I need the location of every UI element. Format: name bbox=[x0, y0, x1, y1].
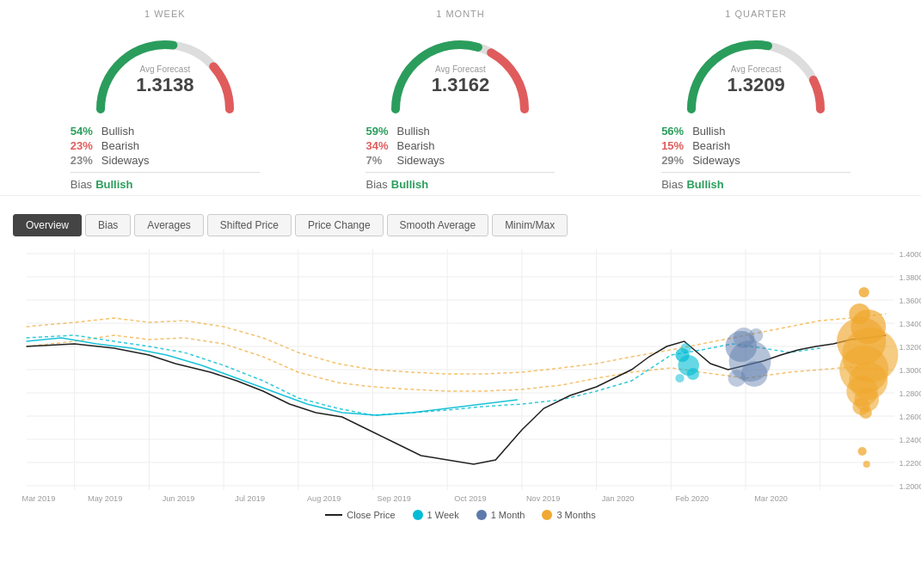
svg-point-36 bbox=[687, 368, 699, 380]
avg-forecast-text-1: Avg Forecast bbox=[432, 64, 489, 74]
legend-3months: 3 Months bbox=[542, 510, 595, 520]
svg-text:1.3600: 1.3600 bbox=[900, 297, 922, 305]
bearish-row-1: 34% Bearish bbox=[365, 139, 555, 152]
bullish-label-1: Bullish bbox=[396, 125, 429, 138]
bias-row-0: Bias Bullish bbox=[71, 178, 260, 191]
legend-1week: 1 Week bbox=[413, 510, 459, 520]
sideways-label-2: Sideways bbox=[692, 154, 740, 167]
legend-3months-dot bbox=[542, 510, 552, 520]
bearish-pct-1: 34% bbox=[365, 139, 396, 152]
sideways-pct-0: 23% bbox=[71, 154, 101, 167]
gauge-stats-0: 54% Bullish 23% Bearish 23% Sideways Bia… bbox=[45, 125, 286, 191]
bullish-pct-1: 59% bbox=[365, 125, 396, 138]
sideways-row-0: 23% Sideways bbox=[71, 154, 260, 167]
bullish-row-0: 54% Bullish bbox=[71, 125, 260, 138]
sideways-row-2: 29% Sideways bbox=[661, 154, 850, 167]
chart-legend: Close Price 1 Week 1 Month 3 Months bbox=[0, 503, 921, 527]
bearish-row-2: 15% Bearish bbox=[661, 139, 850, 152]
svg-text:Oct 2019: Oct 2019 bbox=[454, 494, 486, 503]
svg-text:1.4000: 1.4000 bbox=[900, 250, 922, 259]
tab-shifted-price[interactable]: Shifted Price bbox=[207, 214, 292, 236]
bearish-pct-2: 15% bbox=[661, 139, 692, 152]
svg-text:1.2200: 1.2200 bbox=[900, 459, 922, 468]
bias-row-1: Bias Bullish bbox=[365, 178, 555, 191]
svg-text:Aug 2019: Aug 2019 bbox=[307, 494, 341, 503]
svg-point-54 bbox=[860, 407, 872, 419]
avg-forecast-value-2: 1.3209 bbox=[727, 74, 784, 96]
gauge-card-0: 1 WEEK Avg Forecast 1.3138 54% Bullish 2… bbox=[45, 9, 286, 191]
legend-3months-label: 3 Months bbox=[556, 510, 595, 520]
tab-overview[interactable]: Overview bbox=[13, 214, 82, 236]
svg-text:Sep 2019: Sep 2019 bbox=[378, 494, 411, 503]
tab-bias[interactable]: Bias bbox=[85, 214, 131, 236]
gauge-container-2: Avg Forecast 1.3209 bbox=[670, 23, 842, 118]
svg-point-56 bbox=[863, 461, 870, 468]
avg-forecast-text-0: Avg Forecast bbox=[136, 64, 193, 74]
bearish-label-1: Bearish bbox=[396, 139, 434, 152]
svg-point-55 bbox=[858, 447, 867, 456]
svg-text:Mar 2020: Mar 2020 bbox=[754, 494, 788, 503]
tab-smooth-average[interactable]: Smooth Average bbox=[387, 214, 489, 236]
legend-close-price-label: Close Price bbox=[347, 510, 395, 520]
svg-point-43 bbox=[749, 328, 763, 342]
bullish-label-0: Bullish bbox=[101, 125, 134, 138]
svg-text:1.3000: 1.3000 bbox=[900, 366, 922, 375]
avg-forecast-text-2: Avg Forecast bbox=[727, 64, 784, 74]
bias-row-2: Bias Bullish bbox=[661, 178, 850, 191]
bearish-label-2: Bearish bbox=[692, 139, 730, 152]
svg-text:1.3800: 1.3800 bbox=[900, 273, 922, 282]
svg-text:May 2019: May 2019 bbox=[88, 494, 122, 503]
legend-1week-label: 1 Week bbox=[427, 510, 459, 520]
gauge-card-1: 1 MONTH Avg Forecast 1.3162 59% Bullish … bbox=[340, 9, 580, 191]
svg-text:1.3400: 1.3400 bbox=[900, 320, 922, 328]
avg-forecast-value-0: 1.3138 bbox=[136, 74, 193, 96]
bias-value-0: Bullish bbox=[95, 178, 132, 191]
legend-1week-dot bbox=[413, 510, 423, 520]
tab-price-change[interactable]: Price Change bbox=[295, 214, 384, 236]
bullish-row-1: 59% Bullish bbox=[365, 125, 555, 138]
svg-text:Nov 2019: Nov 2019 bbox=[526, 494, 560, 503]
tab-minim/max[interactable]: Minim/Max bbox=[492, 214, 568, 236]
sideways-label-0: Sideways bbox=[101, 154, 150, 167]
gauge-label-0: Avg Forecast 1.3138 bbox=[136, 64, 193, 96]
bias-text-1: Bias bbox=[365, 178, 387, 191]
svg-text:Jul 2019: Jul 2019 bbox=[235, 494, 265, 503]
svg-point-35 bbox=[681, 343, 691, 353]
bearish-row-0: 23% Bearish bbox=[71, 139, 260, 152]
svg-text:Feb 2020: Feb 2020 bbox=[675, 494, 709, 503]
tab-bar: OverviewBiasAveragesShifted PricePrice C… bbox=[0, 210, 921, 241]
bullish-pct-0: 54% bbox=[71, 125, 101, 138]
divider-0 bbox=[71, 172, 260, 173]
gauge-stats-2: 56% Bullish 15% Bearish 29% Sideways Bia… bbox=[635, 125, 876, 191]
gauge-container-0: Avg Forecast 1.3138 bbox=[79, 23, 251, 118]
svg-text:1.3200: 1.3200 bbox=[900, 343, 922, 352]
svg-text:Mar 2019: Mar 2019 bbox=[22, 494, 56, 503]
legend-close-price: Close Price bbox=[325, 510, 395, 520]
bullish-pct-2: 56% bbox=[661, 125, 692, 138]
gauges-section: 1 WEEK Avg Forecast 1.3138 54% Bullish 2… bbox=[0, 0, 921, 196]
tab-averages[interactable]: Averages bbox=[134, 214, 203, 236]
bias-value-1: Bullish bbox=[391, 178, 428, 191]
svg-point-41 bbox=[741, 361, 768, 387]
chart-area: 1.4000 1.3800 1.3600 1.3400 1.3200 1.300… bbox=[0, 245, 921, 503]
legend-1month-dot bbox=[476, 510, 487, 520]
gauge-stats-1: 59% Bullish 34% Bearish 7% Sideways Bias… bbox=[340, 125, 580, 191]
svg-point-44 bbox=[859, 287, 869, 297]
gauge-period-1: 1 MONTH bbox=[340, 9, 580, 19]
updated-text bbox=[0, 196, 921, 210]
bias-text-0: Bias bbox=[71, 178, 92, 191]
svg-text:1.2400: 1.2400 bbox=[900, 436, 922, 444]
bearish-label-0: Bearish bbox=[101, 139, 139, 152]
svg-text:1.2000: 1.2000 bbox=[900, 482, 922, 491]
sideways-row-1: 7% Sideways bbox=[365, 154, 555, 167]
svg-text:1.2600: 1.2600 bbox=[900, 413, 922, 421]
gauge-label-1: Avg Forecast 1.3162 bbox=[432, 64, 489, 96]
gauge-card-2: 1 QUARTER Avg Forecast 1.3209 56% Bullis… bbox=[635, 9, 876, 191]
bias-text-2: Bias bbox=[661, 178, 683, 191]
legend-close-price-line bbox=[325, 514, 342, 516]
svg-text:Jun 2019: Jun 2019 bbox=[163, 494, 195, 503]
bullish-row-2: 56% Bullish bbox=[661, 125, 850, 138]
sideways-label-1: Sideways bbox=[396, 154, 445, 167]
svg-text:1.2800: 1.2800 bbox=[900, 389, 922, 398]
sideways-pct-1: 7% bbox=[365, 154, 396, 167]
